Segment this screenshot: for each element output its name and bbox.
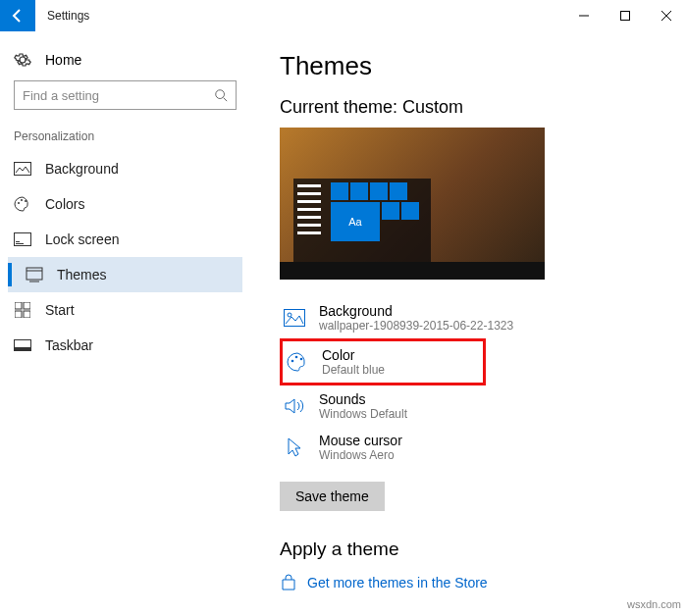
svg-point-20 [300,358,303,361]
option-title: Sounds [319,391,407,407]
current-theme-label: Current theme: Custom [280,97,665,118]
palette-icon [14,196,31,212]
svg-rect-10 [15,302,22,309]
option-subtitle: Default blue [322,363,385,377]
option-title: Mouse cursor [319,433,402,448]
svg-point-4 [21,199,23,201]
sidebar-item-themes[interactable]: Themes [8,257,242,292]
sidebar: Home Find a setting Personalization Back… [0,31,250,616]
picture-icon [14,162,31,176]
start-icon [14,302,31,318]
search-input[interactable]: Find a setting [14,80,237,110]
option-title: Color [322,347,385,363]
svg-rect-13 [24,311,30,318]
back-button[interactable] [0,0,35,31]
cursor-icon [284,436,305,458]
sidebar-item-colors[interactable]: Colors [8,186,242,222]
taskbar-icon [14,339,31,351]
page-title: Themes [280,51,665,81]
svg-point-17 [288,313,291,317]
save-theme-button[interactable]: Save theme [280,482,385,511]
titlebar: Settings [0,0,687,31]
svg-rect-11 [24,302,30,309]
svg-rect-0 [621,12,630,21]
lockscreen-icon [14,232,31,246]
theme-option-color[interactable]: Color Default blue [280,338,486,385]
close-button[interactable] [646,0,687,31]
store-link[interactable]: Get more themes in the Store [280,574,665,591]
sound-icon [284,397,305,415]
svg-point-5 [25,200,26,202]
sidebar-item-label: Lock screen [45,231,119,247]
apply-theme-heading: Apply a theme [280,539,665,560]
svg-rect-7 [16,241,20,242]
theme-option-sounds[interactable]: Sounds Windows Default [280,385,665,427]
content-pane: Themes Current theme: Custom Aa Backgrou… [250,31,687,616]
option-subtitle: Windows Default [319,407,407,421]
svg-rect-16 [285,310,305,327]
minimize-icon [579,11,589,21]
svg-point-3 [18,202,20,204]
home-button[interactable]: Home [8,45,242,80]
close-icon [661,11,671,21]
picture-icon [284,309,305,327]
store-link-label: Get more themes in the Store [307,575,488,590]
sidebar-item-label: Start [45,302,75,318]
app-title: Settings [47,9,89,23]
option-subtitle: Windows Aero [319,448,402,462]
selection-indicator [8,263,12,286]
sidebar-item-lock-screen[interactable]: Lock screen [8,222,242,257]
theme-preview: Aa [280,128,545,280]
sidebar-item-label: Themes [57,267,107,282]
window-controls [563,0,687,31]
palette-icon [287,352,308,372]
theme-option-background[interactable]: Background wallpaper-1908939-2015-06-22-… [280,297,665,338]
store-icon [280,574,297,591]
sidebar-item-taskbar[interactable]: Taskbar [8,328,242,363]
watermark: wsxdn.com [627,598,681,610]
sidebar-item-label: Colors [45,196,84,212]
sidebar-item-label: Background [45,161,119,177]
option-title: Background [319,303,513,319]
arrow-left-icon [10,8,26,24]
sidebar-item-start[interactable]: Start [8,292,242,328]
svg-rect-15 [15,347,31,351]
preview-tile-text: Aa [331,202,380,241]
maximize-icon [620,11,630,21]
maximize-button[interactable] [605,0,646,31]
svg-rect-8 [16,243,24,244]
theme-option-mouse-cursor[interactable]: Mouse cursor Windows Aero [280,427,665,468]
option-subtitle: wallpaper-1908939-2015-06-22-1323 [319,319,513,333]
minimize-button[interactable] [563,0,605,31]
themes-icon [26,267,43,282]
search-placeholder: Find a setting [23,88,99,103]
gear-icon [14,51,31,69]
home-label: Home [45,52,81,68]
category-header: Personalization [8,128,242,151]
sidebar-item-label: Taskbar [45,337,93,353]
svg-rect-9 [26,268,42,280]
search-icon [214,88,228,102]
svg-rect-2 [15,163,31,176]
svg-point-1 [216,90,225,99]
svg-point-19 [295,356,298,359]
svg-point-18 [291,360,294,363]
sidebar-item-background[interactable]: Background [8,151,242,186]
svg-rect-12 [15,311,22,318]
